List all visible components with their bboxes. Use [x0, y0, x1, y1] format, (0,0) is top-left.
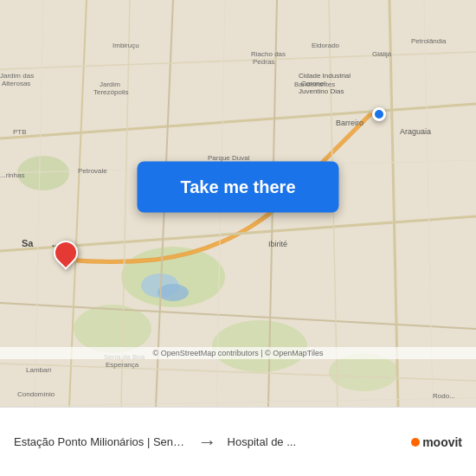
- svg-text:Cidade Industrial: Cidade Industrial: [299, 72, 351, 80]
- to-hospital-name: Hospital de ...: [228, 435, 402, 448]
- svg-point-2: [74, 305, 151, 353]
- svg-text:Parque Duval: Parque Duval: [208, 154, 250, 162]
- svg-point-7: [158, 284, 189, 301]
- destination-marker: [54, 241, 74, 267]
- svg-text:Coronel: Coronel: [301, 80, 325, 87]
- svg-text:Eldorado: Eldorado: [312, 42, 340, 49]
- map-attribution: © OpenStreetMap contributors | © OpenMap…: [0, 347, 476, 359]
- svg-text:Jardim: Jardim: [100, 80, 120, 88]
- svg-text:Jardim das: Jardim das: [0, 72, 34, 80]
- svg-text:Araguaia: Araguaia: [400, 127, 431, 136]
- svg-point-5: [17, 156, 69, 190]
- svg-text:Ibirité: Ibirité: [268, 240, 287, 248]
- svg-text:Barreiro: Barreiro: [336, 119, 363, 127]
- direction-arrow-area: →: [188, 431, 228, 453]
- svg-text:Terezópolis: Terezópolis: [93, 88, 128, 96]
- svg-text:Rodo...: Rodo...: [433, 392, 455, 400]
- svg-text:Sa: Sa: [22, 238, 34, 248]
- app: Petrolândia Imbiruçu Jardim Terezópolis …: [0, 0, 476, 476]
- svg-text:Pedras: Pedras: [253, 58, 274, 66]
- svg-point-3: [212, 320, 307, 372]
- svg-text:PTB: PTB: [13, 128, 27, 136]
- svg-text:Juventino Dias: Juventino Dias: [299, 87, 344, 95]
- from-station-area: Estação Ponto Milionários | Sentid...: [14, 435, 188, 448]
- origin-marker: [372, 107, 386, 121]
- svg-text:Esperança: Esperança: [106, 361, 139, 369]
- svg-text:Petrolândia: Petrolândia: [411, 37, 447, 45]
- to-hospital-area: Hospital de ...: [228, 435, 402, 448]
- moovit-dot-icon: [411, 438, 420, 447]
- svg-text:Glálijá: Glálijá: [372, 50, 392, 58]
- svg-text:Condomínio: Condomínio: [17, 390, 55, 398]
- svg-text:...rinhas: ...rinhas: [0, 171, 24, 179]
- take-me-there-button[interactable]: Take me there: [137, 162, 338, 213]
- svg-text:Riacho das: Riacho das: [251, 50, 286, 58]
- from-station-name: Estação Ponto Milionários | Sentid...: [14, 435, 188, 448]
- map-container: Petrolândia Imbiruçu Jardim Terezópolis …: [0, 0, 476, 407]
- arrow-icon: →: [198, 431, 217, 453]
- svg-text:Alterosas: Alterosas: [2, 80, 30, 87]
- svg-text:Imbiruçu: Imbiruçu: [113, 42, 139, 49]
- svg-text:Petrovale: Petrovale: [78, 167, 107, 175]
- bottom-bar: Estação Ponto Milionários | Sentid... → …: [0, 407, 476, 476]
- svg-text:Lambari: Lambari: [26, 366, 51, 374]
- moovit-logo: moovit: [411, 435, 462, 449]
- moovit-brand-text: moovit: [422, 435, 462, 449]
